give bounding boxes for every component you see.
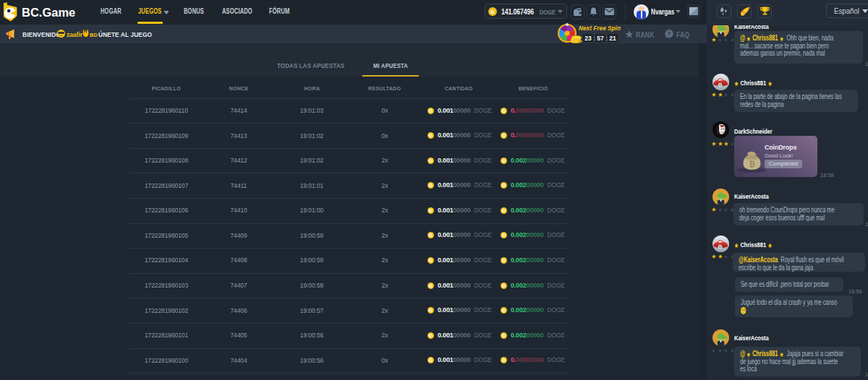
svg-text:B: B <box>741 12 745 16</box>
svg-text:?: ? <box>668 30 671 37</box>
svg-text:₿: ₿ <box>749 160 754 168</box>
